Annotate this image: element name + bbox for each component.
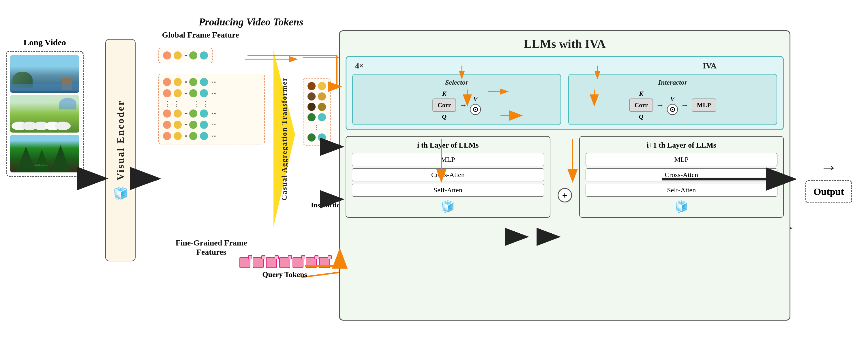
i-plus-1-layer-self-atten: Self-Atten xyxy=(586,184,778,197)
query-tokens-section: Query Tokens xyxy=(240,257,330,279)
output-section: → Output xyxy=(805,158,852,203)
i-th-layer-box: i th Layer of LLMs MLP Cross-Atten Self-… xyxy=(346,136,550,218)
fine-row-vert-dots: ⋮ ⋮ ⋮ ⋮ xyxy=(163,100,260,108)
dot-ellipsis-1: ··· xyxy=(184,51,187,60)
output-arrow: → xyxy=(820,158,837,177)
visual-encoder-cube-icon: 🧊 xyxy=(113,186,128,200)
query-cube-2 xyxy=(253,257,264,268)
query-cube-4 xyxy=(279,257,290,268)
fine-row-3: ··· ··· xyxy=(163,109,260,118)
i-plus-1-layer-mlp: MLP xyxy=(586,153,778,166)
i-th-layer-cube: 🧊 xyxy=(352,200,544,213)
i-th-layer-title: i th Layer of LLMs xyxy=(352,141,544,149)
video-frame-sheep xyxy=(10,95,79,133)
dot-orange-1 xyxy=(163,51,171,59)
plus-circle: + xyxy=(558,188,572,202)
fine-row-1: ··· ··· xyxy=(163,78,260,86)
interactor-box: Interactor K Corr Q → V ⊙ xyxy=(568,74,777,125)
interactor-q-label: Q xyxy=(639,113,644,120)
interactor-hadamard: ⊙ xyxy=(667,104,678,115)
casual-aggregation-section: Casual Aggregation Transformer xyxy=(272,48,297,230)
i-th-layer-self-atten: Self-Atten xyxy=(352,184,544,197)
fine-grained-features-box: ··· ··· ··· ··· ⋮ ⋮ ⋮ ⋮ ··· xyxy=(158,74,265,144)
visual-encoder-text: Visual Encoder xyxy=(115,100,126,181)
query-cube-1 xyxy=(240,257,250,268)
i-plus-1-layer-cross-atten: Cross-Atten xyxy=(586,168,778,182)
query-cube-6 xyxy=(306,257,317,268)
selector-corr-block: Corr xyxy=(432,99,456,112)
i-plus-1-layer-cube: 🧊 xyxy=(586,200,778,213)
llms-iva-title: LLMs with IVA xyxy=(346,37,784,51)
fine-row-2: ··· ··· xyxy=(163,89,260,98)
selector-box: Selector K Corr Q → V ⊙ xyxy=(352,74,561,125)
four-x-label: 4× xyxy=(355,61,364,71)
llm-layers-row: i th Layer of LLMs MLP Cross-Atten Self-… xyxy=(346,136,784,218)
iva-label: IVA xyxy=(703,61,717,71)
i-plus-1-th-layer-box: i+1 th Layer of LLMs MLP Cross-Atten Sel… xyxy=(579,136,784,218)
dot-green-1 xyxy=(189,51,197,59)
query-cube-7 xyxy=(319,257,330,268)
selector-label: Selector xyxy=(359,79,555,86)
iva-outer-box: 4× IVA Selector K Corr Q → xyxy=(346,56,784,130)
selector-interactor-row: Selector K Corr Q → V ⊙ xyxy=(352,74,777,125)
iva-header-row: 4× IVA xyxy=(352,61,777,71)
selector-q-label: Q xyxy=(442,113,446,120)
video-frame-ocean xyxy=(10,55,79,93)
interactor-mlp-block: MLP xyxy=(692,99,716,112)
dot-teal-1 xyxy=(200,51,208,59)
interactor-k-label: K xyxy=(639,90,643,97)
visual-encoder-section: Visual Encoder 🧊 xyxy=(105,39,135,261)
query-cube-5 xyxy=(292,257,304,268)
i-plus-1-th-layer-title: i+1 th Layer of LLMs xyxy=(586,141,778,149)
i-th-layer-cross-atten: Cross-Atten xyxy=(352,168,544,182)
long-video-label: Long Video xyxy=(6,37,84,47)
global-frame-dots-row: ··· xyxy=(158,48,213,63)
aggregation-text: Casual Aggregation Transformer xyxy=(280,77,289,200)
dot-yellow-1 xyxy=(174,51,182,59)
long-video-section: Long Video shutterstock xyxy=(6,37,84,177)
fine-row-4: ··· ··· xyxy=(163,120,260,129)
selector-arrow-right: → xyxy=(459,101,467,110)
interactor-corr-block: Corr xyxy=(629,99,653,112)
selector-hadamard: ⊙ xyxy=(470,104,481,115)
arrow-long-video-to-encoder xyxy=(84,171,106,176)
output-box: Output xyxy=(805,180,852,203)
selector-v-label: V xyxy=(473,95,478,103)
fine-row-5: ··· ··· xyxy=(163,132,260,140)
interactor-v-label: V xyxy=(670,95,675,103)
visual-encoder-box: Visual Encoder 🧊 xyxy=(105,39,135,261)
diagram-wrapper: Long Video shutterstock xyxy=(0,0,868,359)
interactor-label: Interactor xyxy=(575,79,771,86)
video-frame-forest: shutterstock xyxy=(10,135,79,172)
global-frame-feature-label: Global Frame Feature xyxy=(160,30,241,39)
selector-corr-row: K Corr Q → V ⊙ xyxy=(359,90,555,120)
selector-k-label: K xyxy=(442,90,446,97)
i-th-layer-mlp: MLP xyxy=(352,153,544,166)
fine-grained-label: Fine-Grained Frame Features xyxy=(160,238,262,257)
query-tokens-label: Query Tokens xyxy=(262,270,307,279)
llms-iva-section: LLMs with IVA 4× IVA Selector K Corr xyxy=(339,30,790,321)
video-frames-container: shutterstock xyxy=(6,51,84,177)
query-cube-3 xyxy=(266,257,277,268)
aggregation-output-tokens: ⋮ xyxy=(303,78,331,145)
interactor-corr-row: K Corr Q → V ⊙ → xyxy=(575,90,771,120)
producing-video-tokens-label: Producing Video Tokens xyxy=(182,16,320,28)
query-cubes-row xyxy=(240,257,330,268)
